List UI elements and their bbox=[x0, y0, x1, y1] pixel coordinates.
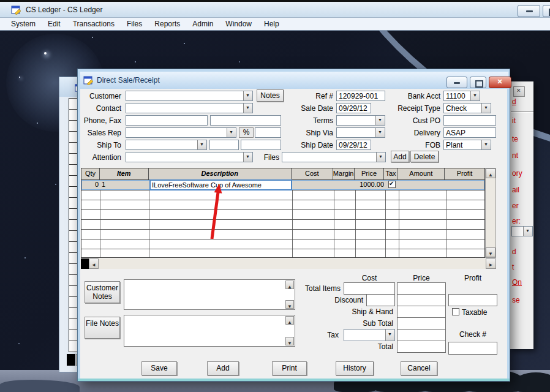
chevron-down-icon[interactable] bbox=[375, 116, 385, 125]
column-header-price[interactable]: Price bbox=[355, 168, 385, 179]
dialog-maximize-button[interactable] bbox=[470, 77, 486, 88]
menu-transactions[interactable]: Transactions bbox=[67, 18, 121, 29]
ship-to-field-1[interactable] bbox=[209, 140, 239, 150]
menu-files[interactable]: Files bbox=[121, 18, 148, 29]
clipped-link-text[interactable]: d bbox=[512, 97, 516, 106]
add-button[interactable]: Add bbox=[207, 361, 239, 375]
bank-acct-combobox[interactable]: 11100 bbox=[443, 91, 480, 101]
fax-field[interactable] bbox=[210, 115, 281, 126]
cancel-button[interactable]: Cancel bbox=[401, 361, 437, 375]
chevron-down-icon[interactable] bbox=[481, 140, 491, 149]
phone-field[interactable] bbox=[126, 115, 208, 126]
column-header-profit[interactable]: Profit bbox=[445, 168, 484, 179]
scroll-up-button[interactable] bbox=[486, 168, 495, 178]
clipped-link-text[interactable]: te bbox=[512, 135, 518, 143]
chevron-down-icon[interactable] bbox=[227, 128, 236, 137]
grid-horizontal-scrollbar[interactable] bbox=[81, 258, 496, 269]
ship-to-combobox[interactable] bbox=[126, 140, 207, 150]
column-header-tax[interactable]: Tax bbox=[384, 168, 397, 179]
chevron-down-icon[interactable] bbox=[243, 104, 252, 113]
file-delete-button[interactable]: Delete bbox=[410, 151, 439, 162]
clipped-dropdown[interactable] bbox=[511, 226, 533, 236]
taxable-checkbox[interactable] bbox=[452, 308, 459, 315]
tax-combobox[interactable] bbox=[344, 329, 395, 341]
notes-button[interactable]: Notes bbox=[257, 89, 284, 102]
tax-price-field[interactable] bbox=[397, 329, 446, 341]
menu-edit[interactable]: Edit bbox=[42, 18, 67, 29]
chevron-down-icon[interactable] bbox=[523, 227, 532, 236]
clipped-link-text[interactable]: t bbox=[512, 263, 514, 271]
sale-date-field[interactable]: 09/29/12 bbox=[336, 103, 371, 113]
check-number-field[interactable] bbox=[448, 342, 497, 355]
file-add-button[interactable]: Add bbox=[391, 151, 409, 162]
clipped-link-text[interactable]: nt bbox=[512, 151, 518, 160]
chevron-down-icon[interactable] bbox=[376, 153, 385, 162]
column-header-margin[interactable]: Margin bbox=[333, 168, 355, 179]
clipped-link-text[interactable]: ail bbox=[512, 186, 519, 194]
menu-system[interactable]: System bbox=[5, 18, 42, 29]
cust-po-field[interactable] bbox=[443, 115, 496, 126]
sales-rep-combobox[interactable] bbox=[126, 127, 236, 138]
print-button[interactable]: Print bbox=[272, 361, 307, 375]
chevron-down-icon[interactable] bbox=[197, 140, 206, 149]
clipped-link-text[interactable]: ory bbox=[512, 169, 522, 178]
close-icon[interactable] bbox=[513, 86, 525, 97]
customer-notes-textarea[interactable] bbox=[124, 279, 295, 310]
column-header-amount[interactable]: Amount bbox=[397, 168, 445, 179]
save-button[interactable]: Save bbox=[141, 361, 177, 375]
scroll-down-button[interactable] bbox=[486, 247, 495, 257]
customer-notes-button[interactable]: Customer Notes bbox=[85, 281, 120, 303]
history-button[interactable]: History bbox=[336, 361, 374, 375]
column-header-cost[interactable]: Cost bbox=[292, 168, 333, 179]
chevron-down-icon[interactable] bbox=[470, 91, 480, 100]
file-notes-textarea[interactable] bbox=[124, 315, 295, 347]
column-header-qty[interactable]: Qty bbox=[81, 168, 100, 179]
scroll-down-button[interactable] bbox=[285, 300, 294, 309]
grid-vertical-scrollbar[interactable] bbox=[485, 168, 496, 258]
discount-cost-field[interactable] bbox=[366, 294, 395, 306]
price-cell[interactable]: 1000.00 bbox=[355, 181, 384, 188]
clipped-link-text[interactable]: se bbox=[512, 296, 520, 304]
ship-hand-price-field[interactable] bbox=[397, 306, 446, 318]
chevron-down-icon[interactable] bbox=[375, 128, 385, 137]
scroll-up-button[interactable] bbox=[285, 316, 294, 325]
file-notes-button[interactable]: File Notes bbox=[85, 317, 120, 339]
total-items-cost-field[interactable] bbox=[344, 282, 395, 295]
chevron-down-icon[interactable] bbox=[385, 330, 394, 341]
chevron-down-icon[interactable] bbox=[481, 104, 491, 113]
minimize-button[interactable] bbox=[518, 5, 540, 17]
delivery-field[interactable]: ASAP bbox=[443, 127, 496, 138]
chevron-down-icon[interactable] bbox=[243, 153, 252, 162]
menu-reports[interactable]: Reports bbox=[148, 18, 186, 29]
tax-checkbox[interactable] bbox=[388, 181, 396, 188]
ship-to-field-2[interactable] bbox=[241, 140, 281, 150]
dialog-close-button[interactable] bbox=[489, 77, 511, 88]
chevron-down-icon[interactable] bbox=[243, 91, 252, 100]
total-items-price-field[interactable] bbox=[397, 282, 446, 295]
sub-total-price-field[interactable] bbox=[397, 317, 446, 330]
menu-help[interactable]: Help bbox=[258, 18, 285, 29]
terms-combobox[interactable] bbox=[336, 115, 385, 126]
total-price-field[interactable] bbox=[397, 341, 446, 353]
ref-field[interactable]: 120929-001 bbox=[336, 91, 385, 101]
clipped-link-text[interactable]: it bbox=[512, 116, 516, 125]
dialog-minimize-button[interactable] bbox=[446, 77, 467, 88]
contact-combobox[interactable] bbox=[126, 103, 253, 113]
menu-admin[interactable]: Admin bbox=[186, 18, 219, 29]
grid-row-selected[interactable]: 0 1 ILoveFreeSoftware Cup of Awesome 100… bbox=[81, 180, 484, 190]
maximize-button[interactable] bbox=[543, 5, 550, 17]
attention-combobox[interactable] bbox=[126, 152, 253, 162]
qty-cell[interactable]: 0 bbox=[81, 181, 99, 188]
item-cell[interactable]: 1 bbox=[102, 181, 147, 188]
scroll-right-button[interactable] bbox=[486, 258, 496, 269]
receipt-type-combobox[interactable]: Check bbox=[443, 103, 491, 113]
clipped-link-text[interactable]: On bbox=[512, 278, 522, 287]
commission-field[interactable] bbox=[255, 127, 281, 138]
discount-price-field[interactable] bbox=[397, 294, 446, 306]
menu-window[interactable]: Window bbox=[219, 18, 258, 29]
clipped-link-text[interactable]: d bbox=[512, 247, 516, 256]
column-header-item[interactable]: Item bbox=[100, 168, 149, 179]
customer-combobox[interactable] bbox=[126, 91, 253, 101]
fob-combobox[interactable]: Plant bbox=[443, 140, 491, 150]
ship-via-combobox[interactable] bbox=[336, 127, 385, 138]
